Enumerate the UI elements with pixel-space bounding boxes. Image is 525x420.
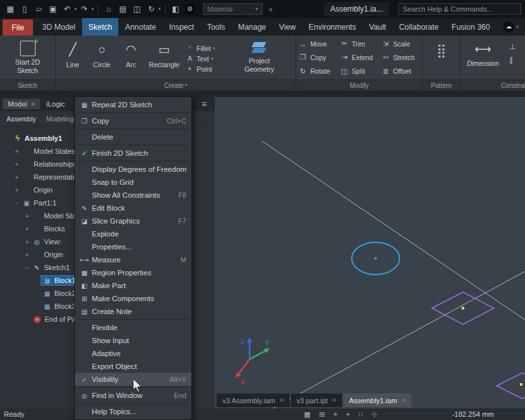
dimension-tool-button[interactable]: ⟷ Dimension (463, 37, 503, 79)
offline-status-icon[interactable]: ⊘ (185, 4, 195, 14)
expander-icon[interactable]: − (23, 264, 31, 271)
menu-item-snap-to-grid[interactable]: Snap to Grid (75, 176, 191, 189)
menu-item-show-all-constraints[interactable]: Show All ConstraintsF8 (75, 189, 191, 202)
move-tool-button[interactable]: ↔Move (296, 37, 336, 50)
trim-tool-button[interactable]: ✂Trim (338, 37, 378, 50)
expander-icon[interactable]: + (23, 226, 31, 233)
snap-icon[interactable]: ⊞ (319, 410, 325, 419)
doc-tab-assembly1[interactable]: Assembly1.iam× (343, 394, 411, 407)
subtab-modeling[interactable]: Modeling (47, 115, 74, 123)
offset-tool-button[interactable]: ≣Offset (379, 65, 419, 78)
extend-tool-button[interactable]: ⇥Extend (338, 50, 378, 64)
tab-sketch[interactable]: Sketch (82, 18, 119, 36)
expander-icon[interactable]: + (23, 238, 31, 246)
toolbar-overflow-icon[interactable]: » (269, 5, 272, 13)
arc-tool-button[interactable]: ◠Arc (116, 37, 145, 79)
chevron-down-icon[interactable]: ▾ (92, 6, 94, 12)
window-document-tab[interactable]: Assembly1.ia... (324, 2, 389, 16)
rectangle-tool-button[interactable]: ▭Rectangle (145, 37, 183, 79)
expander-icon[interactable]: + (23, 213, 31, 220)
menu-item-show-input[interactable]: Show Input (75, 334, 191, 347)
start-2d-sketch-button[interactable]: + Start 2D Sketch (6, 37, 49, 79)
doc-tab-v3-assembly[interactable]: v3 Assembly.iam× (217, 394, 290, 407)
pattern-tool-button[interactable]: ⣿ (427, 37, 456, 79)
menu-item-flexible[interactable]: Flexible (75, 321, 191, 334)
menu-item-delete[interactable]: Delete (75, 131, 191, 143)
undo-icon[interactable]: ↶ (61, 3, 74, 15)
menu-item-copy[interactable]: ❐CopyCtrl+C (75, 114, 191, 127)
app-icon[interactable]: ▦ (4, 3, 17, 15)
tab-inspect[interactable]: Inspect (162, 18, 200, 36)
expander-icon[interactable]: + (13, 161, 21, 168)
menu-item-export-object[interactable]: Export Object (75, 360, 191, 373)
fillet-tool-button[interactable]: ◜Fillet▾ (186, 45, 223, 52)
cloud-account[interactable]: ☁ ▾ (503, 18, 525, 36)
split-tool-button[interactable]: ◫Split (338, 65, 378, 78)
circle-center-point[interactable] (374, 257, 377, 260)
home-icon[interactable]: ⌂ (102, 3, 115, 15)
group-label-create[interactable]: Create▾ (56, 79, 295, 90)
tab-ilogic[interactable]: iLogic (41, 99, 70, 109)
tab-vault[interactable]: Vault (363, 18, 392, 36)
expander-icon[interactable]: + (23, 251, 31, 258)
diamond-center-point[interactable] (520, 383, 522, 386)
material-dropdown[interactable]: Material ▾ (203, 3, 262, 15)
search-input[interactable] (398, 3, 521, 15)
redo-icon[interactable]: ↷ (78, 3, 91, 15)
tab-model[interactable]: Model× (3, 99, 40, 109)
save-icon[interactable]: ▣ (47, 3, 59, 15)
menu-item-explode[interactable]: Explode (75, 227, 191, 240)
menu-item-make-part[interactable]: ◧Make Part (75, 279, 191, 292)
scale-tool-button[interactable]: ⇲Scale (379, 37, 419, 50)
tab-manage[interactable]: Manage (231, 18, 272, 36)
sketch-line-2[interactable] (257, 271, 525, 408)
close-icon[interactable]: × (402, 397, 405, 404)
tab-environments[interactable]: Environments (302, 18, 362, 36)
tab-3d-model[interactable]: 3D Model (36, 18, 81, 36)
doc-tab-v3-part[interactable]: v3 part.ipt× (291, 394, 342, 407)
drawing-icon[interactable]: ▤ (116, 3, 129, 15)
project-geometry-button[interactable]: Project Geometry (235, 37, 284, 79)
menu-item-slice-graphics[interactable]: ◪Slice GraphicsF7 (75, 215, 191, 227)
expander-icon[interactable]: + (13, 148, 21, 155)
menu-item-create-note[interactable]: ▤Create Note (75, 305, 191, 318)
open-folder-icon[interactable]: ▱ (32, 3, 45, 15)
update-icon[interactable]: ↻ (145, 3, 158, 15)
expander-icon[interactable]: + (13, 174, 21, 181)
stretch-tool-button[interactable]: ⇿Stretch (379, 50, 419, 64)
new-file-icon[interactable]: ▯ (18, 3, 31, 15)
perpendicular-constraint-icon[interactable]: ⊥ (509, 43, 516, 51)
point-tool-button[interactable]: +Point (186, 65, 223, 73)
menu-item-repeat-2d-sketch[interactable]: ▦Repeat 2D Sketch (75, 98, 191, 111)
tab-fusion-360[interactable]: Fusion 360 (445, 18, 497, 36)
precise-input-icon[interactable]: ⌖ (334, 410, 338, 419)
constraints-icon[interactable]: ⊹ (371, 410, 377, 419)
menu-item-measure[interactable]: ⟷MeasureM (75, 253, 191, 266)
viewport[interactable]: Z Y X v3 Assembly.iam× v3 part.ipt× Asse… (215, 97, 525, 408)
appearance-icon[interactable]: ◧ (169, 3, 182, 15)
close-icon[interactable]: × (31, 101, 35, 108)
tab-file[interactable]: File (3, 19, 33, 36)
rotate-tool-button[interactable]: ↻Rotate (296, 65, 336, 78)
tab-tools[interactable]: Tools (200, 18, 231, 36)
menu-item-adaptive[interactable]: Adaptive (75, 347, 191, 360)
tab-collaborate[interactable]: Collaborate (392, 18, 445, 36)
copy-tool-button[interactable]: ❐Copy (296, 50, 336, 64)
menu-item-display-degrees-of-freedom[interactable]: Display Degrees of Freedom (75, 163, 191, 176)
menu-item-finish-2d-sketch[interactable]: ✔Finish 2D Sketch (75, 147, 191, 160)
grid-icon[interactable]: ▦ (304, 410, 310, 419)
menu-item-region-properties[interactable]: ▩Region Properties (75, 266, 191, 279)
subtab-assembly[interactable]: Assembly (6, 115, 36, 123)
diamond-center-point[interactable] (462, 307, 464, 310)
origin-icon[interactable]: + (346, 410, 350, 418)
menu-item-make-components[interactable]: ⊞Make Components (75, 292, 191, 305)
expander-icon[interactable]: − (13, 200, 21, 207)
browser-menu-icon[interactable]: ≡ (197, 99, 212, 109)
tab-view[interactable]: View (273, 18, 303, 36)
text-tool-button[interactable]: AText▾ (186, 55, 223, 63)
close-icon[interactable]: × (280, 397, 284, 404)
line-tool-button[interactable]: ╱Line (58, 37, 87, 79)
tab-annotate[interactable]: Annotate (118, 18, 162, 36)
menu-item-edit-block[interactable]: ✎Edit Block (75, 202, 191, 215)
menu-item-visibility[interactable]: ✓VisibilityAlt+V (75, 373, 191, 386)
